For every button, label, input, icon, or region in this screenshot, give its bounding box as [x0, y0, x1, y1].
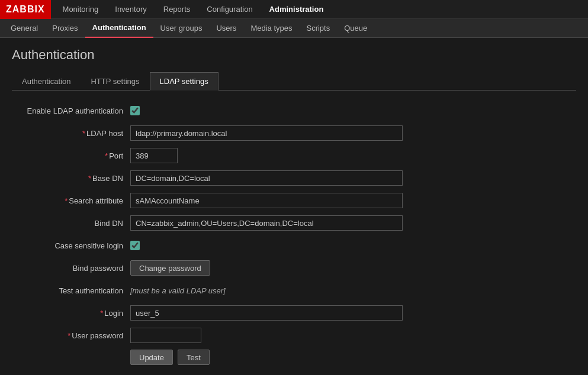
bind-dn-label: Bind DN	[12, 219, 130, 228]
sub-navigation: General Proxies Authentication User grou…	[0, 19, 588, 38]
login-row: *Login	[12, 305, 521, 321]
nav-administration[interactable]: Administration	[261, 0, 332, 19]
case-sensitive-row: Case sensitive login	[12, 237, 521, 254]
subnav-authentication[interactable]: Authentication	[85, 19, 153, 38]
port-row: *Port	[12, 147, 521, 164]
test-auth-row: Test authentication [must be a valid LDA…	[12, 282, 521, 299]
case-sensitive-label: Case sensitive login	[12, 241, 130, 250]
bind-dn-row: Bind DN	[12, 215, 521, 231]
port-label: *Port	[12, 151, 130, 160]
tab-http-settings[interactable]: HTTP settings	[81, 72, 149, 90]
search-attr-row: *Search attribute	[12, 192, 521, 209]
subnav-users[interactable]: Users	[209, 19, 243, 38]
ldap-host-label: *LDAP host	[12, 129, 130, 138]
search-attr-input[interactable]	[130, 193, 403, 208]
nav-reports[interactable]: Reports	[155, 0, 199, 19]
search-attr-label: *Search attribute	[12, 196, 130, 205]
subnav-general[interactable]: General	[4, 19, 45, 38]
test-auth-hint: [must be a valid LDAP user]	[130, 286, 226, 295]
enable-ldap-checkbox[interactable]	[130, 106, 140, 115]
test-auth-label: Test authentication	[12, 286, 130, 295]
settings-tabs: Authentication HTTP settings LDAP settin…	[12, 72, 576, 90]
base-dn-input[interactable]	[130, 170, 403, 186]
user-password-label: *User password	[12, 331, 130, 340]
ldap-host-row: *LDAP host	[12, 125, 521, 141]
test-button[interactable]: Test	[178, 350, 210, 365]
subnav-media-types[interactable]: Media types	[243, 19, 299, 38]
tab-authentication[interactable]: Authentication	[12, 72, 81, 90]
change-password-button[interactable]: Change password	[130, 260, 210, 276]
case-sensitive-checkbox[interactable]	[130, 241, 140, 250]
enable-ldap-row: Enable LDAP authentication	[12, 102, 521, 119]
login-label: *Login	[12, 309, 130, 318]
page-title: Authentication	[12, 47, 576, 63]
page-content: Authentication Authentication HTTP setti…	[0, 38, 588, 374]
ldap-form: Enable LDAP authentication *LDAP host *P…	[12, 102, 521, 365]
subnav-user-groups[interactable]: User groups	[153, 19, 210, 38]
tab-ldap-settings[interactable]: LDAP settings	[150, 72, 219, 90]
enable-ldap-label: Enable LDAP authentication	[12, 106, 130, 115]
user-password-row: *User password	[12, 327, 521, 344]
port-input[interactable]	[130, 148, 178, 163]
base-dn-row: *Base DN	[12, 170, 521, 186]
nav-monitoring[interactable]: Monitoring	[54, 0, 107, 19]
subnav-scripts[interactable]: Scripts	[299, 19, 337, 38]
nav-configuration[interactable]: Configuration	[198, 0, 261, 19]
top-navigation: ZABBIX Monitoring Inventory Reports Conf…	[0, 0, 588, 19]
bind-password-row: Bind password Change password	[12, 260, 521, 276]
subnav-proxies[interactable]: Proxies	[45, 19, 85, 38]
app-logo[interactable]: ZABBIX	[0, 0, 51, 19]
base-dn-label: *Base DN	[12, 174, 130, 183]
subnav-queue[interactable]: Queue	[337, 19, 374, 38]
form-buttons: Update Test	[130, 350, 521, 365]
user-password-input[interactable]	[130, 328, 201, 343]
nav-inventory[interactable]: Inventory	[107, 0, 155, 19]
bind-dn-input[interactable]	[130, 215, 403, 231]
ldap-host-input[interactable]	[130, 125, 403, 141]
update-button[interactable]: Update	[130, 350, 173, 365]
login-input[interactable]	[130, 305, 403, 321]
bind-password-label: Bind password	[12, 264, 130, 273]
